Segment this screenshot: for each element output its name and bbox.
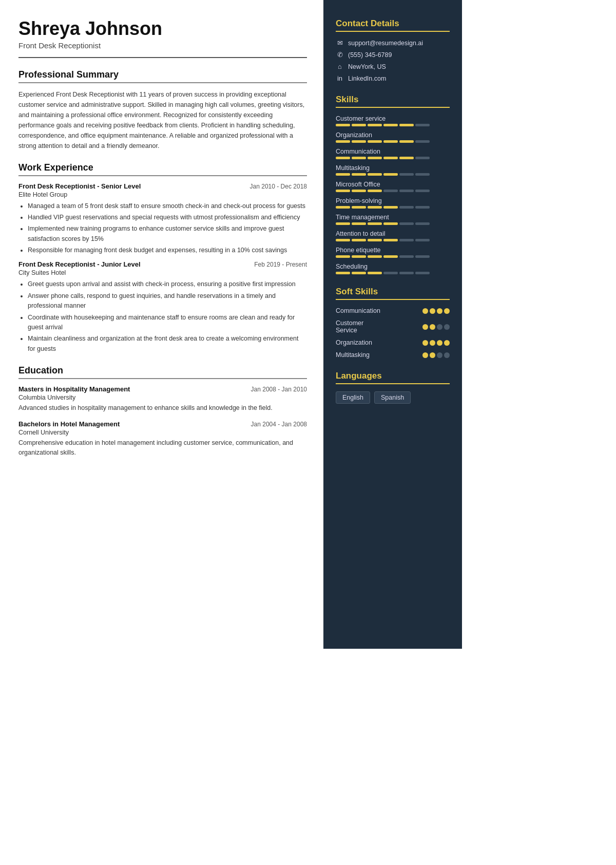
skill-segment bbox=[383, 206, 398, 209]
job-bullets: Managed a team of 5 front desk staff to … bbox=[18, 201, 307, 256]
soft-skill-row: Organization bbox=[336, 339, 450, 346]
skill-segment bbox=[383, 190, 398, 192]
skill-segment bbox=[415, 272, 430, 274]
skill-name: Attention to detail bbox=[336, 230, 450, 237]
education-section-title: Education bbox=[18, 365, 307, 379]
contact-block: Contact Details ✉ support@resumedesign.a… bbox=[336, 18, 450, 82]
contact-icon: ⌂ bbox=[336, 63, 344, 70]
edu-desc: Comprehensive education in hotel managem… bbox=[18, 438, 307, 458]
company-name: Elite Hotel Group bbox=[18, 191, 307, 198]
job-entry: Front Desk Receptionist - Junior Level F… bbox=[18, 260, 307, 354]
job-title: Front Desk Receptionist bbox=[18, 41, 307, 50]
skill-item: Phone etiquette bbox=[336, 247, 450, 258]
skill-segment bbox=[383, 157, 398, 159]
skill-item: Customer service bbox=[336, 115, 450, 126]
contact-item: ⌂ NewYork, US bbox=[336, 63, 450, 70]
skill-segment bbox=[368, 124, 382, 126]
dots-container bbox=[422, 340, 450, 346]
skill-segment bbox=[415, 190, 430, 192]
skill-bar bbox=[336, 124, 450, 126]
education-entry: Bachelors in Hotel Management Jan 2004 -… bbox=[18, 420, 307, 458]
soft-skill-dot bbox=[437, 340, 442, 346]
skill-name: Problem-solving bbox=[336, 197, 450, 204]
job-date: Feb 2019 - Present bbox=[254, 261, 307, 268]
skill-segment bbox=[352, 190, 366, 192]
skill-segment bbox=[336, 157, 350, 159]
skill-bar bbox=[336, 173, 450, 176]
soft-skill-dot bbox=[430, 352, 435, 358]
skill-segment bbox=[399, 140, 414, 143]
contact-item: in LinkedIn.com bbox=[336, 74, 450, 82]
dots-container bbox=[422, 324, 450, 330]
skill-segment bbox=[352, 157, 366, 159]
skill-item: Communication bbox=[336, 148, 450, 159]
skill-segment bbox=[352, 124, 366, 126]
soft-skill-name: Organization bbox=[336, 339, 422, 346]
skill-segment bbox=[368, 190, 382, 192]
skill-segment bbox=[415, 173, 430, 176]
soft-skill-dot bbox=[444, 352, 450, 358]
skill-segment bbox=[336, 173, 350, 176]
skill-name: Time management bbox=[336, 214, 450, 221]
soft-skill-dot bbox=[422, 340, 428, 346]
skill-segment bbox=[336, 124, 350, 126]
soft-skill-dot bbox=[430, 308, 435, 314]
education-list: Masters in Hospitality Management Jan 20… bbox=[18, 385, 307, 457]
skill-segment bbox=[383, 222, 398, 225]
list-item: Greet guests upon arrival and assist wit… bbox=[28, 279, 307, 289]
edu-desc: Advanced studies in hospitality manageme… bbox=[18, 403, 307, 413]
skill-segment bbox=[383, 173, 398, 176]
soft-skill-dot bbox=[422, 308, 428, 314]
contact-list: ✉ support@resumedesign.ai ✆ (555) 345-67… bbox=[336, 39, 450, 82]
list-item: Managed a team of 5 front desk staff to … bbox=[28, 201, 307, 211]
skill-bar bbox=[336, 222, 450, 225]
job-date: Jan 2010 - Dec 2018 bbox=[250, 183, 307, 190]
skills-section-title: Skills bbox=[336, 95, 450, 108]
skill-segment bbox=[399, 124, 414, 126]
contact-icon: in bbox=[336, 74, 344, 82]
list-item: Coordinate with housekeeping and mainten… bbox=[28, 313, 307, 333]
skill-segment bbox=[368, 222, 382, 225]
skill-item: Organization bbox=[336, 131, 450, 143]
edu-degree: Masters in Hospitality Management bbox=[18, 385, 130, 393]
job-title-text: Front Desk Receptionist - Senior Level bbox=[18, 182, 141, 190]
skill-name: Phone etiquette bbox=[336, 247, 450, 254]
skills-block: Skills Customer service Organization Com… bbox=[336, 95, 450, 274]
skill-bar bbox=[336, 255, 450, 258]
soft-skill-name: CustomerService bbox=[336, 319, 422, 334]
skill-segment bbox=[399, 190, 414, 192]
language-tag: Spanish bbox=[374, 391, 411, 404]
skill-segment bbox=[415, 206, 430, 209]
soft-skill-row: CustomerService bbox=[336, 319, 450, 334]
skill-segment bbox=[352, 173, 366, 176]
education-entry: Masters in Hospitality Management Jan 20… bbox=[18, 385, 307, 413]
skill-name: Organization bbox=[336, 131, 450, 139]
edu-date: Jan 2008 - Jan 2010 bbox=[251, 386, 307, 393]
soft-skill-dot bbox=[430, 324, 435, 330]
skill-bar bbox=[336, 157, 450, 159]
skill-segment bbox=[368, 173, 382, 176]
skill-segment bbox=[415, 124, 430, 126]
skill-bar bbox=[336, 272, 450, 274]
edu-degree: Bachelors in Hotel Management bbox=[18, 420, 120, 428]
soft-skill-dot bbox=[444, 340, 450, 346]
languages-section-title: Languages bbox=[336, 371, 450, 384]
contact-text: LinkedIn.com bbox=[348, 75, 386, 82]
skill-segment bbox=[336, 140, 350, 143]
soft-skill-dot bbox=[437, 308, 442, 314]
dots-container bbox=[422, 308, 450, 314]
skill-bar bbox=[336, 206, 450, 209]
soft-skills-section-title: Soft Skills bbox=[336, 287, 450, 300]
list-item: Maintain cleanliness and organization at… bbox=[28, 334, 307, 354]
soft-skill-dot bbox=[444, 324, 450, 330]
skill-segment bbox=[368, 255, 382, 258]
job-entry: Front Desk Receptionist - Senior Level J… bbox=[18, 182, 307, 256]
contact-section-title: Contact Details bbox=[336, 18, 450, 32]
skill-segment bbox=[352, 140, 366, 143]
soft-skills-list: Communication CustomerService Organizati… bbox=[336, 307, 450, 359]
skill-segment bbox=[399, 157, 414, 159]
skill-segment bbox=[383, 239, 398, 241]
skill-item: Time management bbox=[336, 214, 450, 225]
name: Shreya Johnson bbox=[18, 18, 307, 39]
skill-segment bbox=[368, 239, 382, 241]
